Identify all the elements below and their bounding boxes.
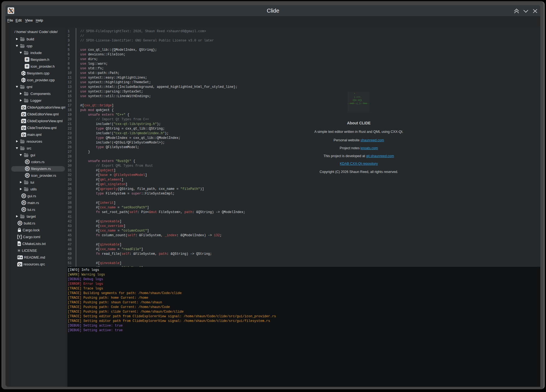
svg-text:Qt: Qt — [22, 106, 25, 109]
svg-text:C: C — [22, 78, 24, 82]
svg-text:C: C — [22, 71, 24, 75]
svg-text:Qt: Qt — [22, 126, 25, 129]
svg-text:R: R — [26, 174, 29, 177]
svg-text:Qt: Qt — [22, 119, 25, 122]
svg-text:Qt: Qt — [22, 112, 25, 116]
svg-text:Qt: Qt — [18, 262, 22, 266]
svg-text:R: R — [26, 167, 29, 170]
svg-text:H: H — [26, 64, 28, 68]
svg-text:R: R — [19, 222, 21, 225]
svg-text:R: R — [22, 194, 25, 198]
svg-text:R: R — [22, 201, 25, 204]
svg-text:H: H — [26, 58, 28, 61]
svg-text:R: R — [26, 160, 29, 163]
svg-text:R: R — [22, 208, 25, 211]
svg-text:Qt: Qt — [22, 133, 25, 136]
